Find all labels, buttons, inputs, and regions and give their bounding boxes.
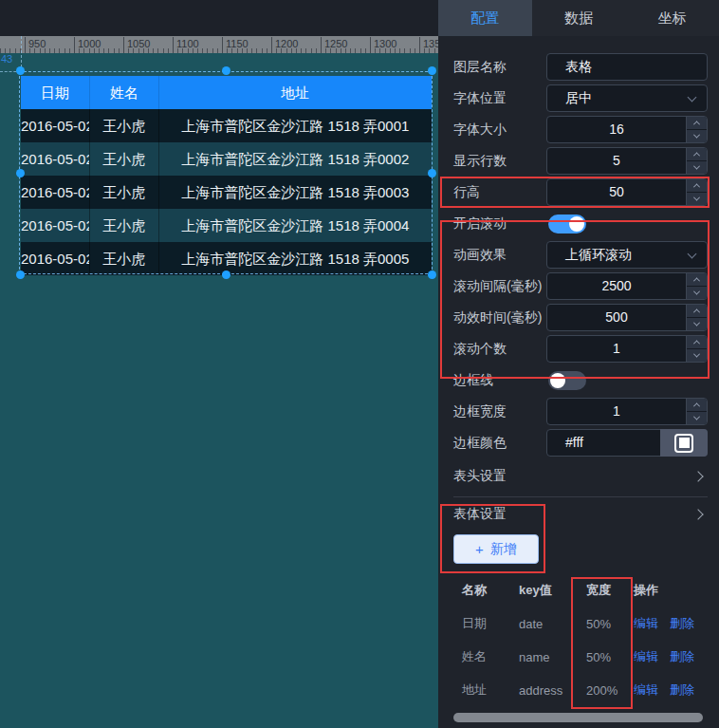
enable-scroll-toggle[interactable] (548, 215, 586, 233)
form-row-font-position: 字体位置 居中 (453, 84, 708, 112)
step-down-button[interactable] (687, 412, 707, 424)
border-width-input[interactable]: 1 (546, 398, 708, 425)
step-up-button[interactable] (687, 179, 707, 192)
cell-name: 王小虎 (89, 142, 158, 176)
header-settings-label: 表头设置 (453, 468, 507, 485)
step-down-button[interactable] (687, 193, 707, 205)
selection-handle-bottom-right[interactable] (428, 271, 436, 279)
selection-handle-bottom-left[interactable] (16, 271, 25, 279)
step-up-button[interactable] (687, 399, 707, 411)
horizontal-scrollbar-thumb[interactable] (453, 713, 703, 722)
config-table-row: 日期 date 50% 编辑 删除 (462, 614, 719, 633)
chevron-up-icon (693, 183, 700, 190)
animation-value: 上循环滚动 (565, 242, 632, 268)
chevron-down-icon (693, 132, 700, 139)
step-down-button[interactable] (687, 287, 707, 299)
scroll-interval-input[interactable]: 2500 (546, 272, 708, 300)
column-header-name: 名称 (462, 582, 519, 599)
col-name: 日期 (462, 615, 519, 632)
layer-name-value: 表格 (565, 54, 592, 80)
selection-handle-middle-left[interactable] (16, 169, 25, 177)
form-row-display-rows: 显示行数 5 (453, 147, 708, 175)
table-widget[interactable]: 日期 姓名 地址 2016-05-02 王小虎 上海市普陀区金沙江路 1518 … (21, 76, 432, 275)
form-row-row-height: 行高 50 (453, 178, 708, 206)
body-settings-label: 表体设置 (453, 506, 507, 523)
color-picker-button[interactable] (660, 429, 708, 457)
step-down-button[interactable] (687, 318, 707, 330)
selection-handle-middle-right[interactable] (428, 169, 436, 177)
font-size-label: 字体大小 (453, 121, 507, 139)
form-row-effect-time: 动效时间(毫秒) 500 (453, 304, 708, 331)
tab-data[interactable]: 数据 (532, 0, 626, 36)
widget-row: 2016-05-02 王小虎 上海市普陀区金沙江路 1518 弄0003 (21, 176, 432, 209)
selection-handle-top-left[interactable] (16, 66, 25, 75)
step-down-button[interactable] (687, 349, 707, 362)
step-up-button[interactable] (687, 336, 707, 348)
edit-link[interactable]: 编辑 (634, 648, 658, 665)
cell-date: 2016-05-02 (21, 142, 89, 176)
cell-date: 2016-05-02 (21, 109, 89, 142)
step-up-button[interactable] (687, 117, 707, 129)
design-canvas[interactable]: 950 1000 1050 1100 1150 1200 1250 1300 1… (0, 0, 438, 728)
col-name: 姓名 (462, 648, 519, 665)
chevron-down-icon (693, 320, 700, 327)
edit-link[interactable]: 编辑 (634, 615, 658, 632)
tab-coordinates[interactable]: 坐标 (625, 0, 719, 36)
canvas-top-bar (0, 0, 438, 36)
display-rows-label: 显示行数 (453, 153, 507, 170)
chevron-up-icon (693, 152, 700, 159)
border-width-label: 边框宽度 (453, 403, 507, 420)
column-header-width: 宽度 (586, 582, 634, 599)
row-height-input[interactable]: 50 (546, 178, 708, 206)
scroll-interval-value: 2500 (547, 273, 686, 299)
col-width: 50% (586, 650, 634, 664)
form-row-enable-scroll: 开启滚动 (453, 210, 708, 237)
cell-name: 王小虎 (89, 209, 158, 242)
effect-time-stepper (686, 305, 707, 330)
chevron-up-icon (693, 340, 700, 346)
ruler-label: 1150 (222, 37, 249, 53)
border-color-input[interactable]: #fff (546, 429, 708, 457)
font-size-input[interactable]: 16 (546, 116, 708, 143)
scroll-count-input[interactable]: 1 (546, 335, 708, 363)
form-row-border-line: 边框线 (453, 366, 708, 394)
step-down-button[interactable] (687, 130, 707, 142)
section-header-settings[interactable]: 表头设置 (453, 457, 708, 497)
selection-handle-top-right[interactable] (428, 66, 436, 75)
step-down-button[interactable] (687, 161, 707, 174)
scroll-interval-stepper (686, 273, 707, 299)
animation-select[interactable]: 上循环滚动 (546, 241, 708, 269)
font-position-select[interactable]: 居中 (546, 84, 708, 112)
effect-time-input[interactable]: 500 (546, 304, 708, 331)
add-column-button[interactable]: + 新增 (453, 534, 539, 564)
chevron-right-icon (692, 471, 703, 481)
layer-name-input[interactable]: 表格 (546, 53, 708, 81)
cell-date: 2016-05-02 (21, 176, 89, 209)
cell-address: 上海市普陀区金沙江路 1518 弄0004 (158, 209, 432, 242)
delete-link[interactable]: 删除 (670, 648, 694, 665)
col-key: address (519, 683, 586, 698)
display-rows-value: 5 (547, 148, 686, 174)
delete-link[interactable]: 删除 (670, 681, 694, 699)
border-line-toggle[interactable] (548, 371, 586, 390)
step-up-button[interactable] (687, 148, 707, 160)
delete-link[interactable]: 删除 (670, 615, 694, 632)
step-up-button[interactable] (687, 273, 707, 286)
display-rows-input[interactable]: 5 (546, 147, 708, 175)
edit-link[interactable]: 编辑 (634, 681, 658, 699)
chevron-down-icon (693, 195, 700, 201)
selection-handle-top-middle[interactable] (222, 66, 230, 75)
column-header-key: key值 (519, 582, 586, 599)
config-table-header: 名称 key值 宽度 操作 (462, 581, 719, 600)
section-body-settings[interactable]: 表体设置 (453, 497, 708, 532)
border-width-stepper (686, 399, 707, 424)
widget-row: 2016-05-02 王小虎 上海市普陀区金沙江路 1518 弄0002 (21, 142, 432, 176)
animation-label: 动画效果 (453, 247, 507, 264)
toggle-knob (550, 373, 565, 388)
col-key: name (519, 650, 586, 664)
config-table-row: 地址 address 200% 编辑 删除 (462, 681, 719, 700)
step-up-button[interactable] (687, 305, 707, 317)
ruler-label: 1000 (74, 37, 101, 53)
tab-config[interactable]: 配置 (438, 0, 532, 36)
selection-handle-bottom-middle[interactable] (222, 271, 230, 279)
